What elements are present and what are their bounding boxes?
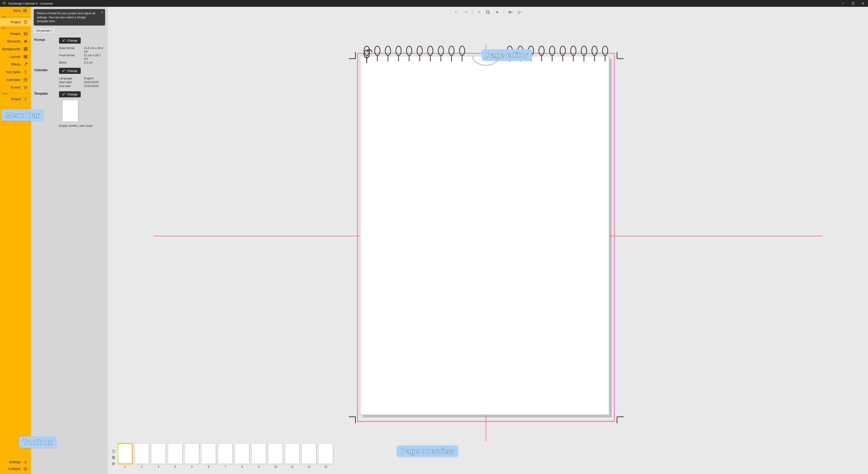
svg-rect-18 xyxy=(26,55,27,57)
thumbnail-strip[interactable]: 12345678910111213 xyxy=(118,443,865,473)
page-canvas[interactable]: Page editor xyxy=(108,18,868,441)
add-page-icon[interactable] xyxy=(112,449,116,453)
sidebar-item-events[interactable]: Events xyxy=(0,84,31,91)
caret-down-icon: ▾ xyxy=(51,29,52,32)
info-banner-text: Select a format for your project and adj… xyxy=(37,11,95,23)
svg-text:31: 31 xyxy=(25,80,26,81)
svg-rect-10 xyxy=(852,2,854,4)
svg-point-27 xyxy=(486,10,489,13)
hatch-icon xyxy=(23,47,28,51)
page-thumbnail[interactable]: 11 xyxy=(285,443,300,468)
sidebar-item-backgrounds[interactable]: Backgrounds xyxy=(0,45,31,53)
visibility-dropdown[interactable] xyxy=(508,10,513,15)
snap-dropdown[interactable] xyxy=(517,10,522,15)
menu-label: Menu xyxy=(13,9,21,12)
page-number: 9 xyxy=(258,465,260,468)
flower-icon xyxy=(23,39,28,43)
page-thumbnail[interactable]: 10 xyxy=(268,443,283,468)
sidebar-section-start: Start xyxy=(0,14,31,18)
template-name: Empty months, with cover xyxy=(59,124,105,127)
format-picker[interactable]: A4 portrait ▾ xyxy=(34,28,55,33)
format-final-format-label: Final format xyxy=(59,54,84,60)
sidebar-item-elements[interactable]: Elements xyxy=(0,37,31,45)
calendar-end-value: 12/31/2024 xyxy=(84,84,105,88)
page-number: 1 xyxy=(124,465,126,468)
redo-button[interactable] xyxy=(463,10,468,15)
page-thumbnail[interactable]: 9 xyxy=(252,443,266,468)
format-bleed-value: 0,3 cm xyxy=(84,61,105,64)
window-minimize-button[interactable] xyxy=(838,0,848,7)
magic-wand-icon xyxy=(23,62,28,67)
window-close-button[interactable] xyxy=(858,0,868,7)
page-thumbnail[interactable]: 8 xyxy=(235,443,249,468)
zoom-in-button[interactable] xyxy=(495,10,500,15)
page-number: 3 xyxy=(158,465,159,468)
page-number: 2 xyxy=(141,465,143,468)
svg-point-8 xyxy=(5,4,6,4)
sidebar-item-calendars[interactable]: Calendars 31 xyxy=(0,76,31,84)
change-button-label: Change xyxy=(67,39,78,42)
svg-point-3 xyxy=(5,2,6,2)
window-maximize-button[interactable] xyxy=(848,0,858,7)
svg-rect-19 xyxy=(24,57,25,58)
zoom-fit-button[interactable] xyxy=(486,10,491,15)
svg-point-31 xyxy=(509,12,510,13)
template-section: Template Change Empty months, with cover xyxy=(34,92,105,127)
page-thumbnail[interactable]: 3 xyxy=(151,443,166,468)
sidebar-item-label: Images xyxy=(10,32,21,35)
svg-rect-49 xyxy=(112,456,114,458)
sidebar-item-label: Collapse xyxy=(8,467,21,471)
calendar-start-value: 01/01/2024 xyxy=(84,81,105,84)
change-button-label: Change xyxy=(67,93,78,96)
editor-area: Page editor 12345678910111213 Page overv… xyxy=(108,7,868,474)
calendar-start-label: Start date xyxy=(59,81,84,84)
svg-point-15 xyxy=(25,41,26,42)
page-number: 12 xyxy=(307,465,310,468)
template-change-button[interactable]: Change xyxy=(59,91,81,97)
page-thumbnail[interactable]: 4 xyxy=(168,443,182,468)
format-picker-value: A4 portrait xyxy=(36,29,50,32)
sidebar-item-output[interactable]: Output xyxy=(0,95,31,103)
sidebar-item-project[interactable]: Project xyxy=(0,18,31,26)
duplicate-page-icon[interactable] xyxy=(112,456,116,460)
svg-rect-50 xyxy=(113,456,115,459)
window-title: YouDesign Calendar 6 - Unnamed xyxy=(8,2,53,5)
calendar-language-value: English xyxy=(84,76,105,80)
svg-rect-44 xyxy=(360,56,609,415)
page-thumbnail[interactable]: 1 xyxy=(118,443,132,468)
sidebar-item-label: Settings xyxy=(9,460,21,464)
page-number: 6 xyxy=(208,465,210,468)
page-thumbnail[interactable]: 12 xyxy=(302,443,316,468)
toolbox-panel: Select a format for your project and adj… xyxy=(31,7,108,474)
zoom-out-button[interactable] xyxy=(476,10,482,15)
page-thumbnail[interactable]: 13 xyxy=(318,443,333,468)
sidebar-item-layouts[interactable]: Layouts xyxy=(0,53,31,61)
sidebar-item-settings[interactable]: Settings xyxy=(0,459,31,466)
page-number: 10 xyxy=(274,465,277,468)
svg-rect-17 xyxy=(24,55,25,57)
sidebar-item-images[interactable]: Images xyxy=(0,30,31,37)
info-banner: Select a format for your project and adj… xyxy=(34,9,105,26)
svg-point-6 xyxy=(5,3,5,4)
text-icon xyxy=(23,70,28,74)
delete-page-icon[interactable] xyxy=(112,462,116,466)
sidebar-item-collapse[interactable]: Collapse xyxy=(0,466,31,472)
calendar-end-label: End date xyxy=(59,84,84,88)
svg-point-2 xyxy=(4,2,5,3)
menu-button[interactable]: Menu xyxy=(0,7,31,14)
template-preview[interactable] xyxy=(63,100,78,122)
page-thumbnail[interactable]: 6 xyxy=(202,443,216,468)
page-thumbnail[interactable]: 5 xyxy=(185,443,199,468)
format-change-button[interactable]: Change xyxy=(59,37,81,43)
sidebar-item-label: Output xyxy=(11,97,21,101)
sidebar-item-label: Layouts xyxy=(9,55,21,59)
calendar-language-label: Language xyxy=(59,76,84,80)
sidebar-item-effects[interactable]: Effects xyxy=(0,61,31,68)
page-thumbnail[interactable]: 2 xyxy=(134,443,149,468)
sidebar-item-label: Project xyxy=(11,20,21,24)
calendar-change-button[interactable]: Change xyxy=(59,68,81,74)
page-thumbnail[interactable]: 7 xyxy=(218,443,232,468)
sidebar-item-text-styles[interactable]: Text styles xyxy=(0,68,31,76)
info-banner-close-icon[interactable]: × xyxy=(101,10,103,14)
undo-button[interactable] xyxy=(454,10,459,15)
